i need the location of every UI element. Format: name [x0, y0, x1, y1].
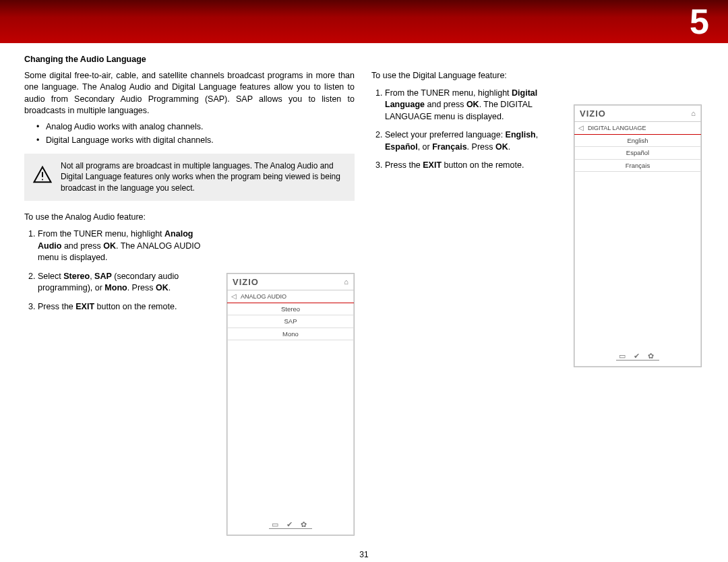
- v-icon: ✔: [631, 352, 645, 361]
- chapter-header-bar: 5: [0, 0, 728, 43]
- intro-paragraph: Some digital free-to-air, cable, and sat…: [24, 70, 355, 117]
- analog-intro: To use the Analog Audio feature:: [24, 212, 355, 224]
- wide-icon: ▭: [616, 352, 631, 361]
- tv-menu-item-sap: SAP: [227, 315, 354, 327]
- column-right: To use the Digital Language feature: Fro…: [371, 54, 702, 179]
- column-left: Changing the Audio Language Some digital…: [24, 54, 355, 319]
- warning-icon: [31, 160, 54, 185]
- tv-menu-header: VIZIO ⌂: [227, 274, 354, 290]
- home-icon: ⌂: [344, 277, 348, 287]
- wide-icon: ▭: [269, 520, 284, 529]
- bullet-analog: Analog Audio works with analog channels.: [46, 121, 355, 133]
- tv-menu-item-english: English: [574, 135, 701, 147]
- digital-step-2: Select your preferred language: English,…: [385, 129, 564, 153]
- gear-icon: ✿: [645, 352, 659, 361]
- tv-menu-analog: VIZIO ⌂ ◁ ANALOG AUDIO Stereo SAP Mono ▭…: [226, 273, 355, 536]
- digital-step-1: From the TUNER menu, highlight Digital L…: [385, 88, 564, 123]
- digital-step-3: Press the EXIT button on the remote.: [385, 160, 564, 172]
- chapter-number: 5: [690, 1, 709, 42]
- tv-menu-item-stereo: Stereo: [227, 303, 354, 315]
- v-icon: ✔: [284, 520, 298, 529]
- tv-menu-footer-icons: ▭✔✿: [227, 520, 354, 530]
- vizio-logo: VIZIO: [233, 276, 259, 288]
- tv-menu-subheader: ◁ DIGITAL LANGUAGE: [574, 121, 701, 135]
- section-heading: Changing the Audio Language: [24, 54, 355, 66]
- bullet-digital: Digital Language works with digital chan…: [46, 135, 355, 147]
- back-icon: ◁: [578, 123, 584, 133]
- back-icon: ◁: [231, 292, 237, 301]
- analog-step-2: Select Stereo, SAP (secondary audio prog…: [38, 271, 216, 294]
- warning-text: Not all programs are broadcast in multip…: [61, 160, 344, 194]
- home-icon: ⌂: [691, 108, 696, 119]
- tv-menu-list: English Español Français: [574, 135, 701, 172]
- warning-box: Not all programs are broadcast in multip…: [24, 154, 355, 201]
- tv-menu-item-espanol: Español: [574, 147, 701, 159]
- feature-bullets: Analog Audio works with analog channels.…: [46, 121, 355, 147]
- gear-icon: ✿: [298, 520, 312, 529]
- svg-point-1: [42, 179, 43, 180]
- digital-intro: To use the Digital Language feature:: [371, 70, 702, 82]
- tv-menu-header: VIZIO ⌂: [574, 105, 701, 121]
- page-content: Changing the Audio Language Some digital…: [24, 54, 704, 562]
- page-number: 31: [359, 550, 368, 559]
- tv-menu-subheader: ◁ ANALOG AUDIO: [227, 290, 354, 303]
- analog-step-1: From the TUNER menu, highlight Analog Au…: [38, 228, 216, 264]
- tv-menu-item-mono: Mono: [227, 328, 354, 340]
- tv-menu-title: DIGITAL LANGUAGE: [588, 124, 646, 133]
- tv-menu-title: ANALOG AUDIO: [241, 292, 286, 301]
- tv-menu-item-francais: Français: [574, 160, 701, 172]
- tv-menu-footer-icons: ▭✔✿: [574, 351, 701, 361]
- analog-step-3: Press the EXIT button on the remote.: [38, 301, 216, 313]
- tv-menu-digital: VIZIO ⌂ ◁ DIGITAL LANGUAGE English Españ…: [574, 104, 702, 367]
- tv-menu-list: Stereo SAP Mono: [227, 303, 354, 340]
- vizio-logo: VIZIO: [580, 108, 606, 120]
